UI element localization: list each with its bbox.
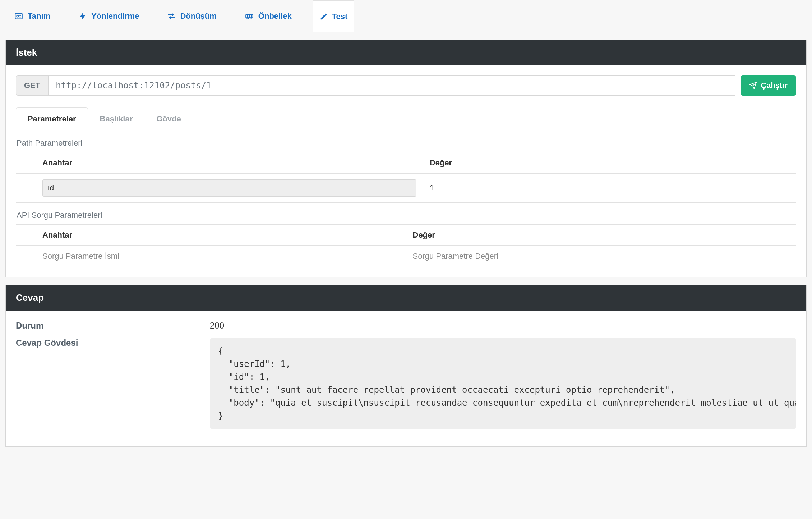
response-status-value: 200 bbox=[210, 321, 796, 331]
bolt-icon bbox=[78, 12, 87, 20]
table-action-header bbox=[776, 225, 796, 246]
request-panel-body: GET Çalıştır Parametreler Başlıklar Gövd… bbox=[6, 65, 806, 277]
inner-tab-body[interactable]: Gövde bbox=[144, 107, 193, 130]
tab-label: Dönüşüm bbox=[180, 12, 216, 21]
tab-label: Önbellek bbox=[258, 12, 292, 21]
svg-point-1 bbox=[17, 15, 18, 17]
tab-label: Test bbox=[332, 12, 348, 21]
table-value-header: Değer bbox=[406, 225, 776, 246]
request-panel: İstek GET Çalıştır Parametreler Başlıkla… bbox=[5, 40, 807, 277]
request-inner-tabs: Parametreler Başlıklar Gövde bbox=[16, 107, 796, 130]
response-panel-body: Durum 200 Cevap Gövdesi { "userId": 1, "… bbox=[6, 311, 806, 446]
row-action bbox=[776, 246, 796, 267]
inner-tab-headers[interactable]: Başlıklar bbox=[88, 107, 145, 130]
table-row bbox=[16, 174, 796, 203]
table-key-header: Anahtar bbox=[36, 225, 406, 246]
path-param-value-input[interactable] bbox=[430, 183, 770, 193]
id-card-icon bbox=[14, 12, 23, 21]
tab-definition[interactable]: Tanım bbox=[7, 0, 57, 32]
query-params-table: Anahtar Değer bbox=[16, 224, 796, 267]
path-param-key-input bbox=[42, 179, 416, 197]
http-method-chip: GET bbox=[16, 75, 48, 96]
response-body-code[interactable]: { "userId": 1, "id": 1, "title": "sunt a… bbox=[210, 338, 796, 429]
query-params-label: API Sorgu Parametreleri bbox=[16, 203, 796, 224]
table-handle-header bbox=[16, 152, 36, 174]
request-panel-header: İstek bbox=[6, 40, 806, 65]
run-button[interactable]: Çalıştır bbox=[741, 75, 796, 96]
table-action-header bbox=[776, 152, 796, 174]
top-tabs: Tanım Yönlendirme Dönüşüm Önbellek Test bbox=[0, 0, 812, 32]
swap-icon bbox=[167, 12, 176, 20]
response-status-row: Durum 200 bbox=[16, 321, 796, 331]
pencil-icon bbox=[320, 13, 328, 20]
row-handle[interactable] bbox=[16, 246, 36, 267]
path-params-label: Path Parametreleri bbox=[16, 130, 796, 152]
row-handle[interactable] bbox=[16, 174, 36, 203]
tab-label: Tanım bbox=[28, 12, 50, 21]
table-value-header: Değer bbox=[423, 152, 776, 174]
row-action bbox=[776, 174, 796, 203]
table-row bbox=[16, 246, 796, 267]
response-panel-header: Cevap bbox=[6, 285, 806, 311]
response-body-label: Cevap Gövdesi bbox=[16, 338, 210, 429]
response-body-row: Cevap Gövdesi { "userId": 1, "id": 1, "t… bbox=[16, 338, 796, 429]
table-key-header: Anahtar bbox=[36, 152, 423, 174]
run-button-label: Çalıştır bbox=[761, 81, 788, 90]
inner-tab-label: Başlıklar bbox=[100, 114, 133, 123]
memory-icon bbox=[245, 12, 254, 21]
path-params-table: Anahtar Değer bbox=[16, 152, 796, 203]
request-url-input[interactable] bbox=[48, 75, 735, 96]
inner-tab-label: Gövde bbox=[156, 114, 181, 123]
inner-tab-label: Parametreler bbox=[28, 114, 76, 123]
query-param-value-input[interactable] bbox=[413, 252, 770, 261]
tab-label: Yönlendirme bbox=[91, 12, 139, 21]
tab-transform[interactable]: Dönüşüm bbox=[160, 0, 223, 32]
send-icon bbox=[749, 82, 757, 89]
inner-tab-params[interactable]: Parametreler bbox=[16, 107, 88, 130]
tab-routing[interactable]: Yönlendirme bbox=[71, 0, 146, 32]
table-handle-header bbox=[16, 225, 36, 246]
tab-test[interactable]: Test bbox=[313, 0, 355, 32]
query-param-key-input[interactable] bbox=[42, 252, 400, 261]
request-url-row: GET Çalıştır bbox=[16, 75, 796, 96]
response-panel: Cevap Durum 200 Cevap Gövdesi { "userId"… bbox=[5, 285, 807, 447]
response-status-label: Durum bbox=[16, 321, 210, 331]
tab-cache[interactable]: Önbellek bbox=[238, 0, 299, 32]
